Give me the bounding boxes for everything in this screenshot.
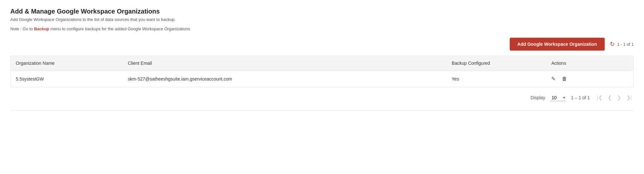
toolbar: Add Google Workspace Organization ↻ 1 - … bbox=[10, 38, 634, 51]
cell-org-name: 5.5systestGW bbox=[11, 71, 123, 87]
bottom-divider bbox=[10, 111, 634, 111]
refresh-icon[interactable]: ↻ bbox=[610, 41, 615, 48]
table-row: 5.5systestGWskm-527@satheeshgsuite.iam.g… bbox=[11, 71, 633, 87]
table-body: 5.5systestGWskm-527@satheeshgsuite.iam.g… bbox=[11, 71, 633, 87]
col-header-org-name: Organization Name bbox=[11, 56, 123, 71]
edit-icon[interactable]: ✎ bbox=[551, 76, 555, 82]
cell-backup-configured: Yes bbox=[447, 71, 546, 87]
prev-page-button[interactable]: ❮ bbox=[606, 94, 614, 102]
table-header-row: Organization Name Client Email Backup Co… bbox=[11, 56, 633, 71]
cell-client-email: skm-527@satheeshgsuite.iam.gserviceaccou… bbox=[123, 71, 447, 87]
next-page-button[interactable]: ❯ bbox=[615, 94, 623, 102]
cell-actions: ✎🗑 bbox=[546, 71, 633, 87]
display-label: Display bbox=[530, 95, 545, 100]
display-select-wrapper: 102550100 bbox=[550, 94, 566, 101]
page-info: 1 – 1 of 1 bbox=[571, 95, 590, 100]
note-prefix: Note : Go to bbox=[10, 26, 34, 31]
pagination-summary: 1 - 1 of 1 bbox=[617, 42, 634, 47]
delete-icon[interactable]: 🗑 bbox=[562, 76, 567, 82]
table-wrapper: Organization Name Client Email Backup Co… bbox=[10, 56, 634, 87]
refresh-area: ↻ 1 - 1 of 1 bbox=[610, 41, 634, 48]
page-title: Add & Manage Google Workspace Organizati… bbox=[10, 8, 634, 15]
pagination-bar: Display 102550100 1 – 1 of 1 |❮ ❮ ❯ ❯| bbox=[10, 87, 634, 104]
col-header-backup-configured: Backup Configured bbox=[447, 56, 546, 71]
col-header-client-email: Client Email bbox=[123, 56, 447, 71]
backup-link[interactable]: Backup bbox=[34, 26, 49, 31]
page-container: Add & Manage Google Workspace Organizati… bbox=[0, 0, 644, 119]
note-bar: Note : Go to Backup menu to configure ba… bbox=[10, 26, 634, 31]
first-page-button[interactable]: |❮ bbox=[595, 94, 604, 102]
action-icons: ✎🗑 bbox=[551, 76, 628, 82]
display-select[interactable]: 102550100 bbox=[550, 94, 566, 101]
note-suffix: menu to configure backups for the added … bbox=[49, 26, 190, 31]
organizations-table: Organization Name Client Email Backup Co… bbox=[11, 56, 633, 87]
pagination-buttons: |❮ ❮ ❯ ❯| bbox=[595, 94, 634, 102]
col-header-actions: Actions bbox=[546, 56, 633, 71]
add-org-button[interactable]: Add Google Workspace Organization bbox=[510, 38, 605, 51]
page-subtitle: Add Google Workspace Organizations to th… bbox=[10, 17, 634, 22]
last-page-button[interactable]: ❯| bbox=[624, 94, 634, 102]
